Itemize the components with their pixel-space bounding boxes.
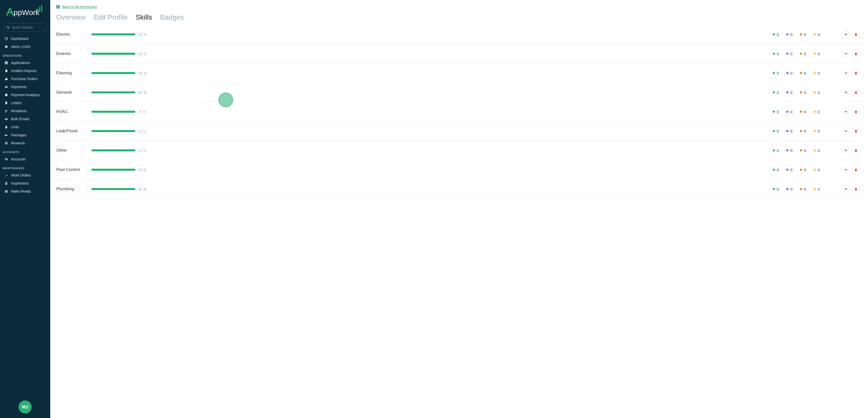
nav-item-incident-reports[interactable]: Incident Reports [0,67,50,75]
skill-name: Other [56,148,91,153]
svg-rect-12 [6,62,7,63]
wrench-icon [4,173,8,177]
expand-button[interactable] [842,186,849,193]
dot-green-icon [773,111,775,113]
skill-stats: 0 0 0 0 [773,110,820,114]
tab-edit-profile[interactable]: Edit Profile [94,13,128,21]
delete-button[interactable] [852,128,860,135]
skill-name: Flooring [56,70,91,75]
nav-item-packages[interactable]: Packages [0,131,50,139]
nav-section-header: MAINTENANCE [0,163,50,171]
skill-count: 8 / 8 [139,187,146,191]
nav-item-units[interactable]: Units [0,123,50,131]
skill-stats: 0 0 0 0 [773,52,820,56]
expand-button[interactable] [842,128,849,135]
nav: DashboardAlerts 11931 OPERATIONSApplicat… [0,35,50,398]
delete-button[interactable] [852,166,860,173]
delete-button[interactable] [852,147,860,154]
nav-item-dashboard[interactable]: Dashboard [0,35,50,43]
dot-green-icon [773,169,775,171]
nav-item-payment-analytics[interactable]: $Payment Analytics [0,91,50,99]
skill-row: HVAC 7 / 7 0 0 0 0 [56,102,862,122]
search-icon [6,26,10,29]
nav-item-accounts[interactable]: Accounts [0,155,50,163]
dot-orange-icon [800,33,802,35]
stat-green: 0 [773,168,779,172]
nav-item-rewards[interactable]: Rewards [0,139,50,147]
stat-yellow: 0 [814,71,820,75]
stat-purple: 0 [786,187,793,191]
nav-item-residents[interactable]: Residents [0,107,50,115]
delete-button[interactable] [852,186,860,193]
skill-count: 6 / 6 [139,90,146,95]
nav-item-letters[interactable]: Letters [0,99,50,107]
nav-item-alerts[interactable]: Alerts 11931 [0,43,50,51]
search-input[interactable] [12,25,44,29]
expand-button[interactable] [842,69,849,76]
stat-purple: 0 [786,168,793,172]
dot-orange-icon [800,188,802,190]
chevron-down-icon [844,149,847,152]
delete-button[interactable] [852,69,860,76]
skill-progress-bar [91,169,135,171]
skills-list: Electric 5 / 5 0 0 0 0 Exterior 3 / 3 0 [56,25,862,199]
svg-rect-14 [6,63,7,64]
dot-purple-icon [786,169,788,171]
skill-stats: 0 0 0 0 [773,148,820,153]
dot-yellow-icon [814,188,816,190]
expand-button[interactable] [842,166,849,173]
trash-icon [855,33,858,36]
nav-item-applications[interactable]: Applications [0,59,50,67]
expand-button[interactable] [842,89,849,96]
stat-yellow: 0 [814,110,820,114]
expand-button[interactable] [842,147,849,154]
gauge-icon [4,37,8,40]
delete-button[interactable] [852,89,860,96]
svg-rect-19 [5,102,7,104]
stat-purple: 0 [786,148,793,153]
delete-button[interactable] [852,108,860,115]
search-input-wrap[interactable] [3,23,47,32]
nav-item-inspections[interactable]: Inspections [0,179,50,187]
nav-item-label: Accounts [11,157,26,161]
nav-item-purchase-orders[interactable]: Purchase Orders [0,75,50,83]
nav-item-label: Inspections [11,181,29,185]
nav-item-make-ready[interactable]: Make Ready [0,187,50,195]
dot-orange-icon [800,169,802,171]
expand-button[interactable] [842,31,849,38]
avatar[interactable]: MJ [19,400,32,414]
dot-yellow-icon [814,72,816,74]
dot-purple-icon [786,111,788,113]
nav-item-label: Make Ready [11,189,31,193]
skill-row: Plumbing 8 / 8 0 0 0 0 [56,180,862,199]
skill-stats: 0 0 0 0 [773,32,820,37]
svg-rect-23 [5,126,7,129]
tab-badges[interactable]: Badges [160,13,184,21]
tab-skills[interactable]: Skills [135,13,152,21]
skill-stats: 0 0 0 0 [773,71,820,75]
nav-item-work-orders[interactable]: Work Orders [0,171,50,179]
skill-stats: 0 0 0 0 [773,90,820,95]
expand-button[interactable] [842,50,849,57]
dot-orange-icon [800,53,802,55]
nav-item-label: Payment Analytics [11,93,40,97]
chevron-down-icon [844,52,847,55]
skill-row: Other 1 / 1 0 0 0 0 [56,141,862,160]
nav-section-header: OPERATIONS [0,51,50,59]
skill-stats: 0 0 0 0 [773,168,820,172]
skill-name: HVAC [56,109,91,114]
skill-name: Pest Control [56,167,91,172]
nav-section-header: ACCOUNTS [0,147,50,155]
nav-item-bulk-emails[interactable]: Bulk Emails [0,115,50,123]
svg-point-20 [5,110,6,111]
nav-item-label: Residents [11,109,27,113]
svg-line-5 [9,28,10,29]
delete-button[interactable] [852,50,860,57]
chevron-down-icon [844,188,847,191]
tab-overview[interactable]: Overview [56,13,86,21]
delete-button[interactable] [852,31,860,38]
skill-count: 5 / 5 [139,168,146,172]
back-link[interactable]: Back to all technicians [56,5,97,9]
expand-button[interactable] [842,108,849,115]
nav-item-payments[interactable]: Payments [0,83,50,91]
